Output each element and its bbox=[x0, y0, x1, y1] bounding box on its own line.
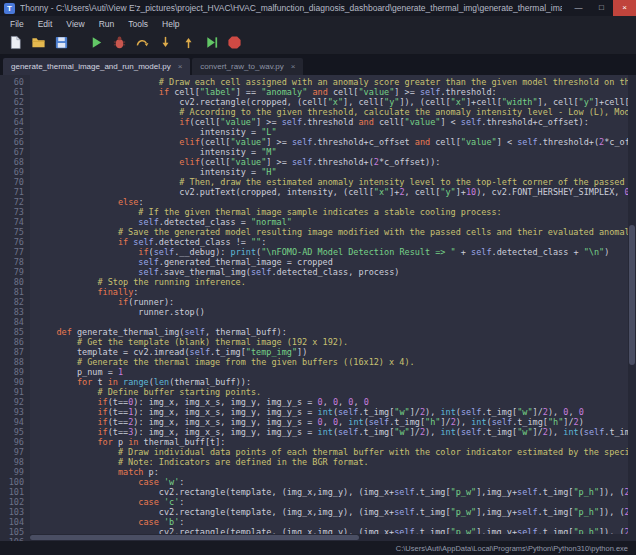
code-token: # Save the generated model resulting ima… bbox=[36, 227, 636, 237]
line-number: 80 bbox=[0, 277, 24, 287]
code-line-79: self.save_thermal_img(self.detected_clas… bbox=[36, 267, 636, 277]
open-file-button[interactable] bbox=[28, 33, 48, 53]
code-line-84 bbox=[36, 317, 636, 327]
line-number: 92 bbox=[0, 397, 24, 407]
tab-convert_raw_to_wav.py[interactable]: convert_raw_to_wav.py× bbox=[192, 58, 303, 75]
code-token: 0 bbox=[563, 407, 568, 417]
code-token: 3 bbox=[128, 427, 133, 437]
menu-item-view[interactable]: View bbox=[59, 18, 91, 30]
maximize-button[interactable]: □ bbox=[590, 0, 613, 16]
code-token: # Then, draw the estimated anomaly inten… bbox=[36, 177, 636, 187]
code-token: "x" bbox=[328, 97, 343, 107]
code-token: # According to the given threshold, calc… bbox=[36, 107, 636, 117]
line-number: 90 bbox=[0, 377, 24, 387]
code-token: "w" bbox=[394, 407, 409, 417]
code-line-61: if cell["label"] == "anomaly" and cell["… bbox=[36, 87, 636, 97]
code-token: 2 bbox=[420, 407, 425, 417]
code-token: 0 bbox=[364, 397, 369, 407]
code-token: "p_h" bbox=[573, 487, 599, 497]
line-number: 65 bbox=[0, 127, 24, 137]
code-token: 0 bbox=[333, 417, 338, 427]
code-token: 2 bbox=[399, 187, 404, 197]
code-token: elif bbox=[179, 157, 199, 167]
line-number: 82 bbox=[0, 297, 24, 307]
code-line-73: # If the given thermal image sample indi… bbox=[36, 207, 636, 217]
code-token: "temp_img" bbox=[246, 347, 297, 357]
horizontal-scrollbar-thumb[interactable] bbox=[30, 535, 359, 540]
tab-generate_thermal_image_and_run_model.py[interactable]: generate_thermal_image_and_run_model.py× bbox=[3, 58, 190, 75]
menu-item-run[interactable]: Run bbox=[92, 18, 122, 30]
stop-icon bbox=[227, 35, 242, 50]
vertical-scrollbar[interactable] bbox=[628, 75, 636, 541]
interpreter-path[interactable]: C:\Users\Auti\AppData\Local\Programs\Pyt… bbox=[396, 544, 628, 553]
line-number: 76 bbox=[0, 237, 24, 247]
editor[interactable]: 6061626364656667686970717273747576777879… bbox=[0, 75, 636, 541]
tab-close-icon[interactable]: × bbox=[291, 62, 296, 71]
code-token: self bbox=[338, 427, 358, 437]
line-number: 102 bbox=[0, 497, 24, 507]
code-token: case bbox=[138, 477, 158, 487]
code-area[interactable]: # Draw each cell assigned with an anomal… bbox=[30, 75, 636, 541]
code-token: "w" bbox=[517, 407, 532, 417]
code-token: print bbox=[231, 247, 257, 257]
line-number-gutter: 6061626364656667686970717273747576777879… bbox=[0, 75, 30, 541]
stop-restart-button[interactable] bbox=[224, 33, 244, 53]
code-token: self bbox=[517, 507, 537, 517]
code-token: if bbox=[138, 247, 148, 257]
code-token: self bbox=[394, 487, 414, 497]
code-line-98: # Note: Indicators are defined in the BG… bbox=[36, 457, 636, 467]
code-token: self bbox=[251, 267, 271, 277]
menu-item-file[interactable]: File bbox=[3, 18, 31, 30]
code-line-81: finally: bbox=[36, 287, 636, 297]
code-token: 0 bbox=[333, 397, 338, 407]
vertical-scrollbar-thumb[interactable] bbox=[629, 225, 635, 365]
line-number: 93 bbox=[0, 407, 24, 417]
menu-item-edit[interactable]: Edit bbox=[31, 18, 60, 30]
code-token: # Stop the running inference. bbox=[36, 277, 246, 287]
code-token: "y" bbox=[384, 97, 399, 107]
code-token: self bbox=[584, 427, 604, 437]
step-into-button[interactable] bbox=[155, 33, 175, 53]
new-file-button[interactable] bbox=[5, 33, 25, 53]
code-token: self bbox=[471, 247, 491, 257]
menu-item-help[interactable]: Help bbox=[155, 18, 186, 30]
open-folder-icon bbox=[31, 35, 46, 50]
code-token: len bbox=[154, 377, 169, 387]
run-script-button[interactable] bbox=[86, 33, 106, 53]
line-number: 68 bbox=[0, 157, 24, 167]
save-file-button[interactable] bbox=[51, 33, 71, 53]
horizontal-scrollbar[interactable] bbox=[30, 534, 628, 541]
resume-button[interactable] bbox=[201, 33, 221, 53]
code-line-83: runner.stop() bbox=[36, 307, 636, 317]
minimize-button[interactable]: — bbox=[567, 0, 590, 16]
code-token: "width" bbox=[502, 97, 538, 107]
code-token: self bbox=[138, 217, 158, 227]
close-button[interactable]: × bbox=[613, 0, 636, 16]
code-token: 2 bbox=[543, 427, 548, 437]
debug-icon bbox=[112, 35, 127, 50]
code-token: self bbox=[517, 137, 537, 147]
code-line-92: if(t==0): img_x, img_x_s, img_y, img_y_s… bbox=[36, 397, 636, 407]
code-token: int bbox=[563, 427, 578, 437]
toolbar bbox=[0, 31, 636, 55]
code-token: def bbox=[56, 327, 71, 337]
code-token: self bbox=[190, 347, 210, 357]
step-over-button[interactable] bbox=[132, 33, 152, 53]
code-token: self bbox=[292, 157, 312, 167]
debug-script-button[interactable] bbox=[109, 33, 129, 53]
line-number: 61 bbox=[0, 87, 24, 97]
code-token: if bbox=[159, 87, 169, 97]
code-token: elif bbox=[179, 137, 199, 147]
code-token: self bbox=[184, 327, 204, 337]
code-line-85: def generate_thermal_img(self, thermal_b… bbox=[36, 327, 636, 337]
menu-item-tools[interactable]: Tools bbox=[121, 18, 155, 30]
code-line-63: # According to the given threshold, calc… bbox=[36, 107, 636, 117]
code-token: self bbox=[282, 117, 302, 127]
step-out-button[interactable] bbox=[178, 33, 198, 53]
code-token: 1 bbox=[118, 367, 123, 377]
code-line-89: p_num = 1 bbox=[36, 367, 636, 377]
code-token: self bbox=[461, 427, 481, 437]
code-line-68: elif(cell["value"] >= self.threshold+(2*… bbox=[36, 157, 636, 167]
tab-close-icon[interactable]: × bbox=[178, 62, 183, 71]
code-line-74: self.detected_class = "normal" bbox=[36, 217, 636, 227]
